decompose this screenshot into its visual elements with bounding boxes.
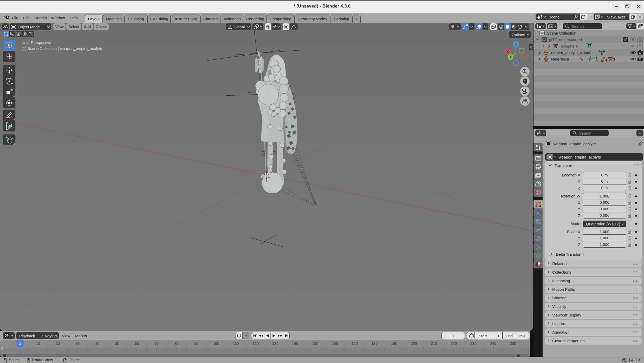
svg-text:Y: Y <box>509 55 512 59</box>
svg-text:Z: Z <box>515 42 517 46</box>
svg-text:4: 4 <box>605 59 607 62</box>
svg-text:1: 1 <box>626 360 627 363</box>
svg-text:X: X <box>506 50 509 54</box>
